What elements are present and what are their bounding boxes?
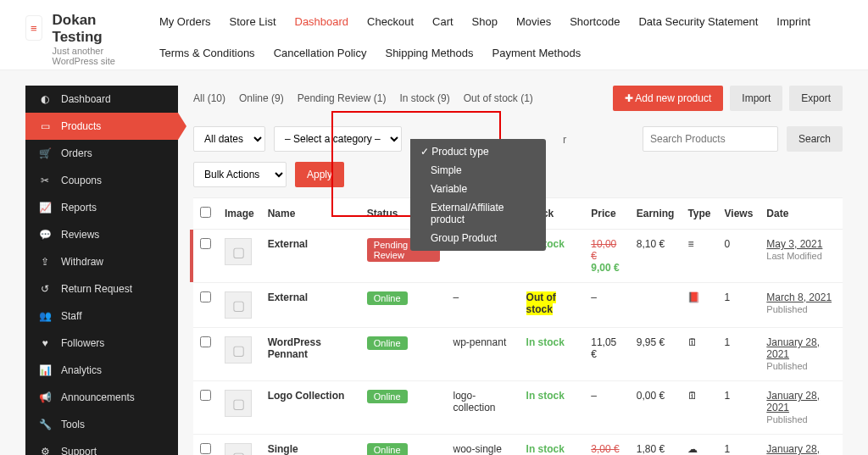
sidebar-item-withdraw[interactable]: ⇪Withdraw bbox=[25, 248, 178, 275]
nav-shop[interactable]: Shop bbox=[472, 15, 498, 28]
price-cell: 10,00 €9,00 € bbox=[584, 230, 630, 283]
dates-select[interactable]: All dates bbox=[193, 126, 265, 152]
nav-my-orders[interactable]: My Orders bbox=[159, 15, 211, 28]
date-cell: May 3, 2021Last Modified bbox=[760, 230, 843, 283]
nav-imprint[interactable]: Imprint bbox=[776, 15, 810, 28]
sidebar-item-label: Support bbox=[61, 446, 97, 455]
sidebar-item-dashboard[interactable]: ◐Dashboard bbox=[25, 86, 178, 113]
coupons-icon: ✂ bbox=[37, 175, 53, 186]
brand: Dokan Testing Just another WordPress sit… bbox=[53, 8, 125, 66]
row-checkbox[interactable] bbox=[200, 238, 211, 249]
product-type-option[interactable]: Group Product bbox=[410, 229, 546, 247]
product-type-option[interactable]: External/Affiliate product bbox=[410, 198, 546, 229]
analytics-icon: 📊 bbox=[37, 364, 53, 376]
nav-shipping-methods[interactable]: Shipping Methods bbox=[385, 47, 473, 59]
status-badge: Online bbox=[367, 390, 408, 403]
sidebar-item-reports[interactable]: 📈Reports bbox=[25, 194, 178, 221]
row-checkbox[interactable] bbox=[200, 390, 211, 401]
sidebar-item-label: Reports bbox=[61, 202, 97, 214]
nav-dashboard[interactable]: Dashboard bbox=[295, 15, 349, 28]
earning-cell: 8,10 € bbox=[630, 230, 682, 283]
product-type-dropdown[interactable]: Product typeSimpleVariableExternal/Affil… bbox=[410, 139, 546, 251]
tab-0[interactable]: All (10) bbox=[193, 92, 225, 104]
product-name[interactable]: External bbox=[268, 238, 308, 250]
price-cell: 11,05 € bbox=[584, 328, 630, 381]
nav-store-list[interactable]: Store List bbox=[230, 15, 276, 28]
sku-cell: logo-collection bbox=[447, 381, 520, 435]
col-Views: Views bbox=[718, 198, 760, 230]
nav-data-security-statement[interactable]: Data Security Statement bbox=[638, 15, 758, 28]
hamburger-menu-button[interactable]: ≡ bbox=[25, 15, 42, 41]
product-name[interactable]: WordPress Pennant bbox=[268, 336, 321, 360]
sidebar-item-orders[interactable]: 🛒Orders bbox=[25, 140, 178, 167]
product-thumb: ▢ bbox=[225, 390, 252, 417]
col-Name: Name bbox=[261, 198, 360, 230]
sidebar-item-label: Products bbox=[61, 120, 101, 132]
sku-cell: woo-single bbox=[447, 435, 520, 456]
product-name[interactable]: Single bbox=[268, 443, 298, 455]
bulk-actions-select[interactable]: Bulk Actions bbox=[193, 162, 287, 187]
orders-icon: 🛒 bbox=[37, 147, 53, 159]
status-badge: Online bbox=[367, 336, 408, 350]
stock-cell: In stock bbox=[526, 443, 565, 455]
col-check bbox=[193, 198, 218, 230]
add-new-product-button[interactable]: ✚ Add new product bbox=[613, 86, 724, 111]
price-cell: – bbox=[584, 381, 630, 435]
return-request-icon: ↺ bbox=[37, 283, 53, 295]
dashboard-icon: ◐ bbox=[37, 93, 53, 105]
search-input[interactable] bbox=[643, 126, 778, 152]
product-name[interactable]: Logo Collection bbox=[268, 390, 345, 402]
sidebar-item-label: Reviews bbox=[61, 229, 99, 241]
staff-icon: 👥 bbox=[37, 310, 53, 322]
reviews-icon: 💬 bbox=[37, 229, 53, 241]
sidebar-item-coupons[interactable]: ✂Coupons bbox=[25, 167, 178, 194]
product-type-option[interactable]: Product type bbox=[410, 142, 546, 161]
product-name[interactable]: External bbox=[268, 291, 308, 303]
export-button[interactable]: Export bbox=[789, 86, 843, 111]
tab-4[interactable]: Out of stock (1) bbox=[464, 92, 533, 104]
sidebar-item-products[interactable]: ▭Products bbox=[25, 113, 178, 140]
apply-button[interactable]: Apply bbox=[295, 162, 344, 187]
sidebar-item-staff[interactable]: 👥Staff bbox=[25, 302, 178, 330]
nav-terms-conditions[interactable]: Terms & Conditions bbox=[159, 47, 255, 59]
nav-shortcode[interactable]: Shortcode bbox=[570, 15, 620, 28]
topbar: ≡ Dokan Testing Just another WordPress s… bbox=[0, 0, 868, 70]
sidebar-item-label: Analytics bbox=[61, 364, 102, 376]
select-all-checkbox[interactable] bbox=[200, 207, 211, 218]
sidebar-item-reviews[interactable]: 💬Reviews bbox=[25, 221, 178, 248]
earning-cell: 0,00 € bbox=[630, 381, 682, 435]
sidebar-item-analytics[interactable]: 📊Analytics bbox=[25, 357, 178, 384]
nav-cancellation-policy[interactable]: Cancellation Policy bbox=[274, 47, 367, 59]
import-button[interactable]: Import bbox=[730, 86, 782, 111]
category-select[interactable]: – Select a category – bbox=[274, 126, 402, 152]
nav-checkout[interactable]: Checkout bbox=[367, 15, 414, 28]
row-checkbox[interactable] bbox=[200, 291, 211, 302]
filter-text-fragment: r bbox=[563, 133, 566, 146]
sidebar-item-return-request[interactable]: ↺Return Request bbox=[25, 275, 178, 302]
row-checkbox[interactable] bbox=[200, 336, 211, 347]
tab-1[interactable]: Online (9) bbox=[239, 92, 284, 104]
views-cell: 1 bbox=[718, 381, 760, 435]
tab-3[interactable]: In stock (9) bbox=[399, 92, 449, 104]
search-button[interactable]: Search bbox=[787, 126, 843, 152]
status-badge: Online bbox=[367, 291, 408, 305]
product-type-option[interactable]: Variable bbox=[410, 180, 546, 198]
sidebar-item-followers[interactable]: ♥Followers bbox=[25, 330, 178, 357]
sidebar-item-label: Coupons bbox=[61, 175, 102, 186]
sku-cell: wp-pennant bbox=[447, 328, 520, 381]
nav-cart[interactable]: Cart bbox=[432, 15, 453, 28]
nav-payment-methods[interactable]: Payment Methods bbox=[492, 47, 581, 59]
sidebar-item-label: Tools bbox=[61, 419, 85, 430]
row-checkbox[interactable] bbox=[200, 443, 211, 454]
withdraw-icon: ⇪ bbox=[37, 256, 53, 268]
sidebar-item-tools[interactable]: 🔧Tools bbox=[25, 411, 178, 438]
sidebar-item-support[interactable]: ⚙Support bbox=[25, 438, 178, 455]
tab-2[interactable]: Pending Review (1) bbox=[298, 92, 387, 104]
product-thumb: ▢ bbox=[225, 291, 252, 319]
sidebar-item-announcements[interactable]: 📢Announcements bbox=[25, 384, 178, 411]
products-icon: ▭ bbox=[37, 120, 53, 132]
nav-movies[interactable]: Movies bbox=[516, 15, 551, 28]
product-type-option[interactable]: Simple bbox=[410, 161, 546, 180]
main-content: All (10)Online (9)Pending Review (1)In s… bbox=[178, 86, 843, 455]
earning-cell: 1,80 € bbox=[630, 435, 682, 456]
